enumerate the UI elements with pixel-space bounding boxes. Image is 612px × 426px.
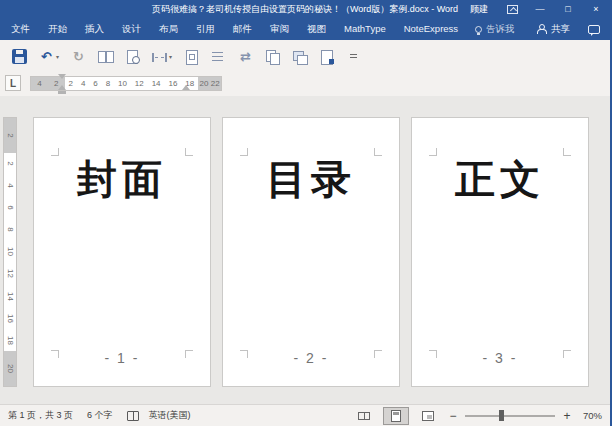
ribbon-tab-2[interactable]: 插入 [76,18,113,40]
lightbulb-icon [475,26,482,33]
ruler-label: 16 [168,77,177,90]
page-info[interactable]: 第 1 页，共 3 页 [8,409,73,422]
comment-icon[interactable] [588,25,600,34]
zoom-in-button[interactable]: + [561,409,573,423]
page-1[interactable]: 封面- 1 - [33,117,211,387]
page-border-button[interactable] [180,46,203,67]
shrink-page-button[interactable] [315,46,338,67]
zoom-slider-thumb[interactable] [499,410,504,421]
page-title-text[interactable]: 正文 [412,158,588,202]
left-indent-marker[interactable] [58,91,66,94]
read-mode-button[interactable] [351,407,377,425]
save-button[interactable] [8,46,31,67]
close-button[interactable]: × [582,0,610,18]
zoom-level[interactable]: 70% [583,410,602,421]
page-number-footer[interactable]: - 2 - [223,350,399,366]
tell-me-label: 告诉我 [486,23,515,36]
right-indent-marker[interactable] [182,85,190,90]
ribbon-tab-8[interactable]: 视图 [298,18,335,40]
print-layout-icon [391,410,401,422]
word-count[interactable]: 6 个字 [87,409,113,422]
vertical-ruler[interactable]: 2 24681012141618 20 [3,117,17,387]
ribbon-tab-1[interactable]: 开始 [39,18,76,40]
page-break-button[interactable]: ▾ [148,47,176,65]
hanging-indent-marker[interactable] [58,85,66,90]
copy-page-icon [265,49,280,64]
tab-stop-selector[interactable]: L [5,75,21,91]
ribbon-tab-0[interactable]: 文件 [2,18,39,40]
switch-windows-button[interactable] [288,46,311,67]
share-label: 共享 [551,23,570,36]
ruler-label: 2 [69,77,73,90]
ribbon-tab-7[interactable]: 审阅 [261,18,298,40]
document-area[interactable]: 2 24681012141618 20 封面- 1 -目录- 2 -正文- 3 … [0,96,610,404]
ruler-label: 10 [6,246,15,258]
first-line-indent-marker[interactable] [58,74,66,79]
ruler-label: 6 [93,77,97,90]
tell-me-box[interactable]: 告诉我 [475,23,515,36]
page-2[interactable]: 目录- 2 - [222,117,400,387]
list-format-icon [211,49,226,64]
toolbar-overflow-icon [346,49,361,64]
title-bar-controls: 顾建 — □ × [460,0,610,18]
copy-page-button[interactable] [261,46,284,67]
ribbon-tab-9[interactable]: MathType [335,18,395,40]
ruler-label: 16 [6,312,15,324]
user-name[interactable]: 顾建 [460,0,498,18]
ribbon-tab-4[interactable]: 布局 [150,18,187,40]
web-layout-button[interactable] [415,407,441,425]
dropdown-caret-icon: ▾ [56,53,59,60]
page-3[interactable]: 正文- 3 - [411,117,589,387]
ruler-label: 12 [135,77,144,90]
ruler-label: 8 [106,77,110,90]
proofing-status-icon[interactable] [127,411,139,421]
document-title: 页码很难搞？老司机传授自由设置页码的秘诀！（Word版）案例.docx - Wo… [152,0,458,18]
vruler-bottom-margin: 20 [4,351,16,386]
minimize-button[interactable]: — [526,0,554,18]
redo-icon: ↻ [71,49,86,64]
ribbon-tab-10[interactable]: NoteExpress [395,18,467,40]
language-status[interactable]: 英语(美国) [149,409,191,422]
maximize-button[interactable]: □ [554,0,582,18]
ribbon-display-options-icon [507,5,518,14]
ruler-label: 14 [152,77,161,90]
ribbon-tab-3[interactable]: 设计 [113,18,150,40]
word-window: 页码很难搞？老司机传授自由设置页码的秘诀！（Word版）案例.docx - Wo… [0,0,612,426]
page-title-text[interactable]: 封面 [34,158,210,202]
undo-icon: ↶ [39,49,54,64]
ruler-label: 14 [6,290,15,302]
ruler-right-margin: 2022 [198,77,221,90]
print-layout-button[interactable] [383,407,409,425]
ruler-label: 4 [6,180,15,192]
page-title-text[interactable]: 目录 [223,158,399,202]
status-bar-right: − + 70% [351,407,602,425]
swap-arrows-button[interactable]: ⇄ [234,46,257,67]
ruler-label: 12 [6,268,15,280]
ruler-label: 4 [81,77,85,90]
ribbon-tabs: 文件开始插入设计布局引用邮件审阅视图MathTypeNoteExpress [2,18,467,40]
ribbon-tab-6[interactable]: 邮件 [224,18,261,40]
ruler-label: 20 [6,363,15,375]
two-page-view-button[interactable] [94,46,117,67]
zoom-out-button[interactable]: − [447,409,459,423]
vruler-text-area: 24681012141618 [4,153,16,352]
toolbar-overflow-button[interactable] [342,46,365,67]
ruler-label: 2 [6,129,15,141]
ruler-label: 10 [118,77,127,90]
page-number-footer[interactable]: - 3 - [412,350,588,366]
ruler-label: 2 [6,158,15,170]
page-number-footer[interactable]: - 1 - [34,350,210,366]
share-button[interactable]: 共享 [537,23,576,36]
horizontal-ruler-row: L 42 24681012141618 2022 [0,72,610,96]
zoom-slider[interactable] [465,415,555,417]
list-format-button[interactable] [207,46,230,67]
redo-button[interactable]: ↻ [67,46,90,67]
undo-button[interactable]: ↶▾ [35,46,63,67]
title-bar: 页码很难搞？老司机传授自由设置页码的秘诀！（Word版）案例.docx - Wo… [0,0,610,18]
shrink-page-icon [319,49,334,64]
ruler-label: 4 [37,77,41,90]
ribbon-display-options-button[interactable] [498,0,526,18]
ruler-label: 8 [6,224,15,236]
ribbon-tab-5[interactable]: 引用 [187,18,224,40]
print-preview-button[interactable] [121,46,144,67]
